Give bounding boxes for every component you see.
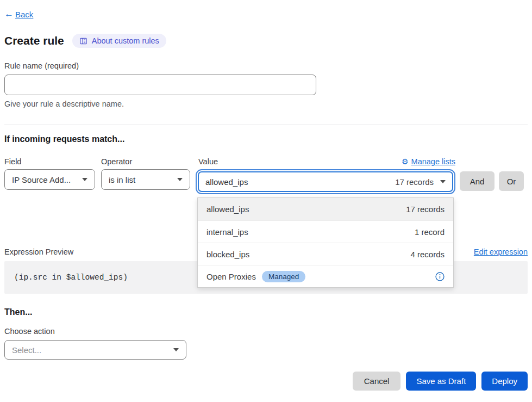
page-title: Create rule — [4, 34, 64, 47]
manage-lists-link[interactable]: ⚙ Manage lists — [402, 157, 455, 166]
field-label: Field — [4, 157, 95, 166]
footer-actions: Cancel Save as Draft Deploy — [4, 372, 528, 391]
book-icon — [79, 37, 87, 45]
list-option-internal-ips[interactable]: internal_ips 1 record — [198, 220, 453, 243]
expression-preview-label: Expression Preview — [4, 248, 73, 256]
list-option-meta: 4 records — [410, 250, 445, 259]
value-combobox[interactable]: allowed_ips 17 records — [198, 171, 453, 192]
back-link[interactable]: ← Back — [4, 9, 33, 20]
then-section-heading: Then... — [4, 307, 528, 317]
save-as-draft-button[interactable]: Save as Draft — [406, 372, 476, 391]
deploy-button[interactable]: Deploy — [481, 372, 528, 391]
and-button[interactable]: And — [460, 171, 495, 191]
back-label: Back — [15, 10, 33, 19]
rule-name-help: Give your rule a descriptive name. — [4, 100, 528, 108]
value-label: Value — [198, 157, 218, 166]
managed-badge: Managed — [262, 271, 305, 282]
field-select[interactable]: IP Source Add... — [4, 169, 95, 190]
action-select-placeholder: Select... — [12, 345, 41, 355]
chevron-down-icon — [82, 178, 87, 181]
list-option-allowed-ips[interactable]: allowed_ips 17 records — [198, 198, 453, 220]
operator-select-value: is in list — [109, 175, 135, 184]
field-select-value: IP Source Add... — [12, 175, 71, 184]
chevron-down-icon — [440, 180, 446, 183]
title-row: Create rule About custom rules — [4, 34, 528, 48]
info-icon[interactable] — [435, 272, 445, 281]
back-arrow-icon: ← — [4, 9, 14, 20]
section-divider — [4, 125, 528, 125]
list-option-meta: 17 records — [406, 205, 445, 214]
manage-lists-label: Manage lists — [411, 157, 455, 166]
about-label: About custom rules — [92, 36, 159, 45]
cancel-button[interactable]: Cancel — [353, 372, 401, 391]
list-option-name: blocked_ips — [206, 250, 249, 259]
value-selected: allowed_ips — [205, 177, 248, 187]
value-combobox-wrapper: allowed_ips 17 records allowed_ips 17 re… — [196, 169, 455, 194]
list-option-name: Open Proxies — [206, 272, 256, 281]
operator-select[interactable]: is in list — [101, 169, 190, 190]
list-option-name: internal_ips — [206, 227, 248, 237]
list-option-name: allowed_ips — [206, 205, 249, 214]
operator-label: Operator — [101, 157, 190, 166]
action-select[interactable]: Select... — [4, 340, 186, 360]
list-option-blocked-ips[interactable]: blocked_ips 4 records — [198, 243, 453, 265]
gear-icon: ⚙ — [402, 158, 409, 165]
rule-name-label: Rule name (required) — [4, 61, 528, 70]
value-selected-meta: 17 records — [395, 177, 434, 187]
chevron-down-icon — [173, 348, 179, 351]
about-custom-rules-link[interactable]: About custom rules — [72, 34, 166, 48]
condition-row: IP Source Add... is in list allowed_ips … — [4, 169, 528, 194]
expression-code: (ip.src in $allowed_ips) — [14, 273, 128, 282]
list-option-meta: 1 record — [415, 227, 445, 237]
chevron-down-icon — [177, 178, 183, 181]
create-rule-page: ← Back Create rule About custom rules Ru… — [0, 0, 532, 391]
edit-expression-link[interactable]: Edit expression — [474, 248, 528, 256]
or-button[interactable]: Or — [499, 171, 524, 191]
condition-labels-row: Field Operator Value ⚙ Manage lists — [4, 157, 528, 166]
rule-name-input[interactable] — [4, 75, 316, 95]
match-section-heading: If incoming requests match... — [4, 134, 528, 144]
choose-action-label: Choose action — [4, 327, 528, 336]
list-option-open-proxies[interactable]: Open Proxies Managed — [198, 265, 453, 287]
list-dropdown: allowed_ips 17 records internal_ips 1 re… — [197, 197, 454, 288]
